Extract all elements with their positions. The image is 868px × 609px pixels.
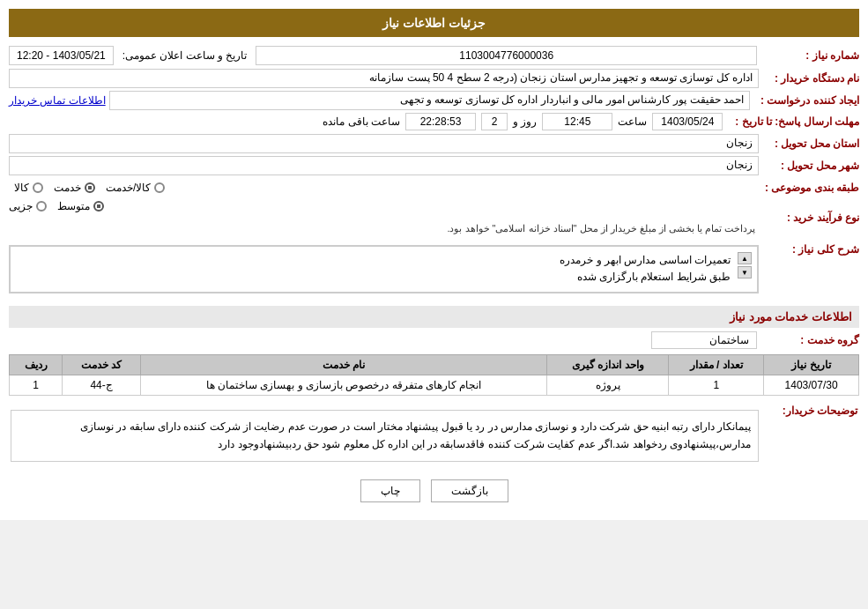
- nawfarayand-desc: پرداخت تمام یا بخشی از مبلغ خریدار از مح…: [9, 223, 759, 234]
- grohe-row: گروه خدمت : ساختمان: [9, 331, 859, 349]
- nawfarayand-label-jozi: جزیی: [9, 200, 33, 212]
- date-value: 1403/05/21 - 12:20: [9, 46, 114, 65]
- mohlat-row: مهلت ارسال پاسخ: تا تاریخ : 1403/05/24 س…: [9, 113, 859, 130]
- shomare-niaz-label: شماره نیاز :: [762, 49, 859, 62]
- mohlat-label: مهلت ارسال پاسخ: تا تاریخ :: [728, 115, 859, 128]
- page-container: جزئیات اطلاعات نیاز شماره نیاز : 1103004…: [0, 0, 868, 520]
- tawzihat-label: توضیحات خریدار:: [760, 405, 857, 467]
- tabaqe-radio-kala: [33, 182, 43, 193]
- tawzihat-section: توضیحات خریدار: پیمانکار دارای رتبه ابنی…: [9, 403, 859, 469]
- tawzihat-box: پیمانکار دارای رتبه ابنیه حق شرکت دارد و…: [11, 410, 759, 462]
- ostan-label: استان محل تحویل :: [762, 137, 859, 150]
- nawfarayand-label-motawaset: متوسط: [57, 200, 90, 212]
- tabaqe-option-khadamat[interactable]: خدمت: [54, 182, 95, 194]
- grohe-khadamat-value: ساختمان: [651, 331, 757, 349]
- cell-radif: 1: [10, 375, 63, 396]
- nawfarayand-label: نوع فرآیند خرید :: [762, 212, 859, 224]
- cell-nam: انجام کارهای متفرقه درخصوص بازسازی و بهس…: [140, 375, 546, 396]
- shomare-niaz-value: 1103004776000036: [256, 46, 757, 65]
- sharh-arrows: ▲ ▼: [738, 252, 752, 279]
- mohlat-baqi-lbl: ساعت باقی مانده: [323, 115, 400, 128]
- mohlat-date: 1403/05/24: [652, 113, 723, 130]
- mohlat-roz-lbl: روز و: [513, 115, 537, 128]
- col-kod: کد خدمت: [63, 355, 141, 375]
- mohlat-saat-lbl: ساعت: [618, 115, 647, 128]
- services-table: تاریخ نیاز تعداد / مقدار واحد اندازه گیر…: [9, 354, 859, 396]
- btn-bazgasht[interactable]: بازگشت: [431, 479, 508, 502]
- nawfarayand-option-jozi[interactable]: جزیی: [9, 200, 47, 212]
- shahr-value: زنجان: [9, 156, 759, 175]
- tabaqe-radio-khadamat: [85, 182, 95, 193]
- cell-tedaad: 1: [669, 375, 764, 396]
- nawfarayand-option-motawaset[interactable]: متوسط: [57, 200, 104, 212]
- nam-dastgah-value: اداره کل توسازی توسعه و تجهیز مدارس استا…: [9, 69, 759, 88]
- nawfarayand-radio-motawaset: [93, 201, 104, 212]
- tabaqe-option-kala[interactable]: کالا: [14, 182, 43, 194]
- shahr-row: شهر محل تحویل : زنجان: [9, 156, 859, 175]
- ostan-value: زنجان: [9, 134, 759, 153]
- tabaqe-label-khadamat: خدمت: [54, 182, 81, 194]
- cell-vahed: پروژه: [547, 375, 669, 396]
- nam-dastgah-label: نام دستگاه خریدار :: [762, 72, 859, 85]
- ijad-konande-label: ایجاد کننده درخواست :: [753, 94, 859, 107]
- nawfarayand-radio-jozi: [36, 201, 47, 212]
- tabaqe-label: طبقه بندی موضوعی :: [758, 182, 859, 194]
- bottom-buttons: بازگشت چاپ: [9, 479, 859, 511]
- sharh-label: شرح کلی نیاز :: [762, 240, 859, 256]
- btn-chap[interactable]: چاپ: [360, 479, 420, 502]
- table-row: 1403/07/301پروژهانجام کارهای متفرقه درخص…: [10, 375, 859, 396]
- col-nam: نام خدمت: [140, 355, 546, 375]
- page-title: جزئیات اطلاعات نیاز: [382, 16, 486, 30]
- page-header: جزئیات اطلاعات نیاز: [9, 9, 859, 37]
- col-vahed: واحد اندازه گیری: [547, 355, 669, 375]
- shahr-label: شهر محل تحویل :: [762, 160, 859, 172]
- ostan-row: استان محل تحویل : زنجان: [9, 134, 859, 153]
- top-row: شماره نیاز : 1103004776000036 تاریخ و سا…: [9, 46, 859, 65]
- mohlat-baqi: 22:28:53: [405, 113, 476, 130]
- ijad-konande-value: احمد حقیقت پور کارشناس امور مالی و انبار…: [109, 91, 750, 110]
- grohe-khadamat-label: گروه خدمت :: [762, 334, 859, 346]
- tabaqe-label-kala-khadamat: کالا/خدمت: [106, 182, 151, 194]
- arrow-up-btn[interactable]: ▲: [738, 252, 752, 264]
- sharh-box: ▲ ▼ تعمیرات اساسی مدارس ابهر و خرمدره طب…: [9, 245, 759, 293]
- etelaat-khadamat-title: اطلاعات خدمات مورد نیاز: [9, 306, 859, 328]
- cell-tarikh: 1403/07/30: [764, 375, 859, 396]
- col-tedaad: تعداد / مقدار: [669, 355, 764, 375]
- sharh-row: شرح کلی نیاز : ▲ ▼ تعمیرات اساسی مدارس ا…: [9, 240, 859, 299]
- tabaqe-row: طبقه بندی موضوعی : کالا/خدمت خدمت کالا: [9, 178, 859, 197]
- cell-kod: ج-44: [63, 375, 141, 396]
- nawfarayand-row: نوع فرآیند خرید : متوسط جزیی پرداخت تمام…: [9, 200, 859, 234]
- mohlat-saat: 12:45: [542, 113, 612, 130]
- date-label: تاریخ و ساعت اعلان عمومی:: [119, 49, 251, 62]
- arrow-down-btn[interactable]: ▼: [738, 266, 752, 279]
- nam-dastgah-row: نام دستگاه خریدار : اداره کل توسازی توسع…: [9, 69, 859, 88]
- sharh-text: تعمیرات اساسی مدارس ابهر و خرمدره طبق شر…: [16, 252, 731, 286]
- col-radif: ردیف: [10, 355, 63, 375]
- etelaat-tamas-link[interactable]: اطلاعات تماس خریدار: [9, 94, 106, 107]
- tabaqe-options: کالا/خدمت خدمت کالا: [9, 178, 754, 197]
- tabaqe-option-kala-khadamat[interactable]: کالا/خدمت: [106, 182, 165, 194]
- col-tarikh: تاریخ نیاز: [764, 355, 859, 375]
- tabaqe-radio-kala-khadamat: [154, 182, 165, 193]
- tabaqe-label-kala: کالا: [14, 182, 29, 194]
- ijad-konande-row: ایجاد کننده درخواست : احمد حقیقت پور کار…: [9, 91, 859, 110]
- mohlat-roz: 2: [481, 113, 508, 130]
